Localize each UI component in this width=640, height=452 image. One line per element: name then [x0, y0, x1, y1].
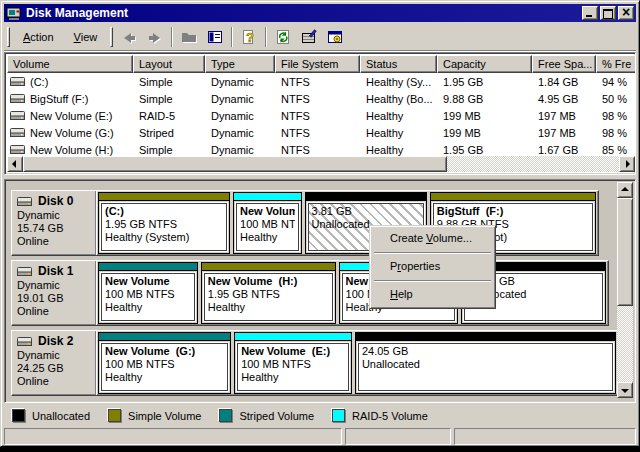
legend-swatch — [332, 409, 345, 422]
context-menu-item-properties[interactable]: Properties — [372, 256, 493, 278]
status-section — [345, 428, 451, 445]
help-icon: ? — [241, 29, 257, 45]
table-row[interactable]: New Volume (E:)RAID-5DynamicNTFSHealthy1… — [7, 107, 635, 124]
vertical-scroll-thumb[interactable] — [617, 198, 633, 306]
properties-button[interactable] — [297, 26, 321, 48]
disk-type: Dynamic — [17, 349, 93, 362]
partition-volume[interactable]: (C:)1.95 GB NTFSHealthy (System) — [98, 192, 230, 254]
scroll-down-button[interactable] — [617, 382, 633, 398]
cell-status: Healthy (Sy... — [360, 76, 437, 88]
column-header-status[interactable]: Status — [360, 55, 437, 73]
scroll-left-button[interactable] — [7, 156, 23, 172]
menu-label: Action — [23, 31, 54, 43]
partition-color-bar — [99, 193, 229, 201]
partition-color-bar — [234, 193, 300, 201]
disk-size: 19.01 GB — [17, 292, 93, 305]
column-header-volume[interactable]: Volume — [7, 55, 133, 73]
partition-unallocated[interactable]: 24.05 GBUnallocated — [355, 332, 616, 394]
partition-area: New Volume (G:)100 MB NTFSHealthyNew Vol… — [96, 331, 618, 395]
refresh-icon — [275, 29, 291, 45]
disk-label[interactable]: Disk 2Dynamic24.25 GBOnline — [12, 331, 96, 395]
disk-band: Disk 1Dynamic19.01 GBOnlineNew Volume100… — [11, 260, 609, 326]
toolbar-gripper[interactable] — [7, 27, 10, 47]
cell-capacity: 9.88 GB — [437, 93, 532, 105]
disk-type: Dynamic — [17, 209, 93, 222]
disk-band: Disk 0Dynamic15.74 GBOnline(C:)1.95 GB N… — [11, 190, 599, 256]
volume-list-header: VolumeLayoutTypeFile SystemStatusCapacit… — [7, 55, 635, 73]
table-row[interactable]: New Volume (G:)StripedDynamicNTFSHealthy… — [7, 124, 635, 141]
cell-type: Dynamic — [205, 127, 275, 139]
refresh-button[interactable] — [271, 26, 295, 48]
show-hide-tree-button[interactable] — [203, 26, 227, 48]
disk-type: Dynamic — [17, 279, 93, 292]
disk-label[interactable]: Disk 0Dynamic15.74 GBOnline — [12, 191, 96, 255]
disk-label[interactable]: Disk 1Dynamic19.01 GBOnline — [12, 261, 96, 325]
column-header-capacity[interactable]: Capacity — [437, 55, 532, 73]
disk-area: Disk 0Dynamic15.74 GBOnline(C:)1.95 GB N… — [7, 182, 619, 398]
menu-separator — [374, 252, 491, 254]
legend-label: Simple Volume — [128, 410, 201, 422]
context-menu-item-help[interactable]: Help — [372, 284, 493, 306]
partition-volume[interactable]: New Volume (H:)1.95 GB NTFSHealthy — [201, 262, 336, 324]
cell-status: Healthy — [360, 127, 437, 139]
partition-info: (C:)1.95 GB NTFSHealthy (System) — [101, 203, 227, 251]
toolbar-gripper[interactable] — [110, 27, 113, 47]
partition-info: 24.05 GBUnallocated — [358, 343, 613, 391]
cell-fs: NTFS — [275, 144, 360, 156]
context-help-icon — [327, 29, 343, 45]
back-button[interactable] — [117, 26, 141, 48]
horizontal-scroll-thumb[interactable] — [23, 156, 447, 172]
close-button[interactable] — [618, 6, 634, 20]
context-help-button[interactable] — [323, 26, 347, 48]
legend-swatch — [12, 409, 25, 422]
partition-line2: 100 MB NTFS — [241, 358, 345, 371]
partition-color-bar — [356, 333, 615, 341]
volume-name: BigStuff (F:) — [30, 93, 88, 105]
status-section — [4, 428, 342, 445]
cell-status: Healthy — [360, 144, 437, 156]
partition-volume[interactable]: New Volume100 MB NTFSHealthy — [233, 192, 301, 254]
context-menu-label: Properties — [390, 260, 440, 272]
cell-status: Healthy — [360, 110, 437, 122]
column-header-free[interactable]: Free Spa... — [532, 55, 596, 73]
maximize-button[interactable] — [600, 6, 616, 20]
menu-action[interactable]: Action — [14, 28, 63, 47]
vertical-scrollbar[interactable] — [617, 182, 633, 398]
partition-line3: Healthy — [240, 231, 294, 244]
column-header-pct[interactable]: % Fre — [596, 55, 636, 73]
disk-icon — [17, 195, 34, 208]
table-row[interactable]: (C:)SimpleDynamicNTFSHealthy (Sy...1.95 … — [7, 73, 635, 90]
partition-volume[interactable]: New Volume (E:)100 MB NTFSHealthy — [234, 332, 352, 394]
partition-info: New Volume (E:)100 MB NTFSHealthy — [237, 343, 349, 391]
volume-name: New Volume (H:) — [30, 144, 113, 156]
forward-button[interactable] — [143, 26, 167, 48]
title-bar[interactable]: Disk Management — [4, 4, 636, 22]
scroll-up-button[interactable] — [617, 182, 633, 198]
column-header-layout[interactable]: Layout — [133, 55, 205, 73]
legend-swatch — [219, 409, 232, 422]
horizontal-scrollbar[interactable] — [7, 156, 635, 172]
partition-title: BigStuff (F:) — [437, 205, 589, 218]
table-row[interactable]: BigStuff (F:)SimpleDynamicNTFSHealthy (B… — [7, 90, 635, 107]
folder-button[interactable] — [177, 26, 201, 48]
cell-pct: 94 % — [596, 76, 636, 88]
minimize-button[interactable] — [582, 6, 598, 20]
partition-area: New Volume100 MB NTFSHealthyNew Volume (… — [96, 261, 608, 325]
context-menu-item-create-volume[interactable]: Create Volume... — [372, 228, 493, 250]
column-header-fs[interactable]: File System — [275, 55, 360, 73]
cell-layout: Simple — [133, 144, 205, 156]
partition-title: New Volume — [105, 275, 191, 288]
partition-volume[interactable]: New Volume (G:)100 MB NTFSHealthy — [98, 332, 231, 394]
partition-title: New Volume (G:) — [105, 345, 224, 358]
help-button[interactable]: ? — [237, 26, 261, 48]
toolbar: ActionView — [4, 23, 636, 51]
partition-volume[interactable]: New Volume100 MB NTFSHealthy — [98, 262, 198, 324]
partition-line3: Healthy — [241, 371, 345, 384]
legend-label: Unallocated — [32, 410, 90, 422]
disk-name: Disk 1 — [17, 264, 93, 278]
menu-view[interactable]: View — [65, 28, 107, 47]
column-header-type[interactable]: Type — [205, 55, 275, 73]
volume-name: (C:) — [30, 76, 48, 88]
scroll-right-button[interactable] — [619, 156, 635, 172]
toolbar-separator — [171, 27, 173, 47]
